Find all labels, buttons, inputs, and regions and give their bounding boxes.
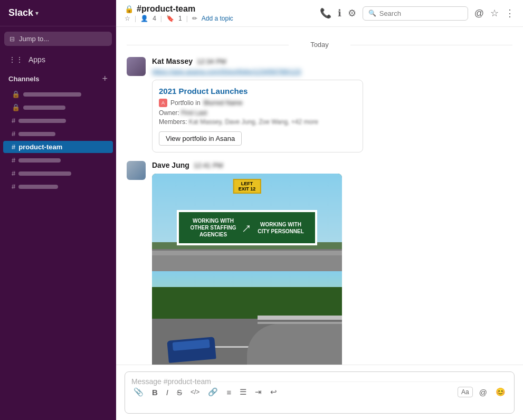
hash-icon: #: [12, 169, 15, 177]
view-portfolio-button[interactable]: View portfolio in Asana: [159, 131, 242, 146]
snippet-button[interactable]: ↩: [268, 386, 279, 398]
asana-owner-field: Owner: First Last: [159, 109, 356, 117]
message-header: Dave Jung 12:41 PM: [152, 161, 512, 169]
asana-card-portfolio-row: A Portfolio in Blurred Name: [159, 99, 356, 107]
bold-button[interactable]: B: [150, 387, 160, 398]
sidebar-header: Slack ▾: [0, 0, 116, 26]
car-shape: [167, 337, 216, 363]
channel-name-bar: [23, 106, 65, 110]
message-time: 12:41 PM: [194, 161, 223, 169]
asana-icon: A: [159, 99, 167, 107]
sidebar-item-product-team[interactable]: # product-team: [3, 141, 113, 153]
asana-card-title: 2021 Product Launches: [159, 87, 356, 96]
sidebar-item-channel-6[interactable]: #: [3, 167, 113, 179]
jump-to-button[interactable]: ⊟ Jump to...: [4, 32, 112, 46]
apps-label: Apps: [28, 55, 45, 64]
hash-icon: #: [12, 117, 15, 125]
search-icon: ⊟: [9, 35, 15, 43]
chat-area: Today Kat Massey 12:34 PM https://app.as…: [116, 27, 523, 365]
search-box[interactable]: 🔍: [363, 6, 468, 21]
channel-name-bar: [18, 171, 71, 176]
topbar: 🔒 #product-team ☆ | 👤 4 | 🔖 1 | ✏ Add a …: [116, 0, 523, 27]
members-count: 4: [153, 15, 156, 22]
channel-title: #product-team: [137, 4, 195, 14]
avatar: [127, 161, 146, 180]
message-input-box[interactable]: Message #product-team 📎 B I S </> 🔗 ≡ ☰ …: [125, 371, 515, 414]
bookmark-icon: 🔖: [166, 15, 174, 22]
channel-name-bar: [18, 185, 58, 189]
italic-button[interactable]: I: [164, 387, 170, 398]
strikethrough-button[interactable]: S: [175, 387, 184, 398]
link-button[interactable]: 🔗: [206, 386, 220, 398]
message-1: Kat Massey 12:34 PM https://app.asana.co…: [127, 57, 512, 152]
sidebar-item-channel-7[interactable]: #: [3, 180, 113, 193]
attachment-icon[interactable]: 📎: [131, 386, 146, 398]
text-format-button[interactable]: Aa: [458, 387, 473, 397]
emoji-icon[interactable]: 😊: [493, 386, 508, 398]
date-divider: Today: [127, 41, 512, 49]
code-button[interactable]: </>: [188, 387, 202, 397]
hash-icon: #: [12, 143, 15, 151]
main-panel: 🔒 #product-team ☆ | 👤 4 | 🔖 1 | ✏ Add a …: [116, 0, 523, 420]
members-value: Kat Massey, Dave Jung, Zoe Wang, +42 mor…: [189, 118, 318, 126]
sidebar-item-channel-3[interactable]: #: [3, 128, 113, 140]
sidebar-item-channel-0[interactable]: 🔒: [3, 88, 113, 100]
channel-title-area: 🔒 #product-team ☆ | 👤 4 | 🔖 1 | ✏ Add a …: [125, 4, 316, 22]
hash-icon: #: [12, 130, 15, 138]
mention-icon[interactable]: @: [477, 387, 489, 398]
topbar-actions: 📞 ℹ ⚙ 🔍 @ ☆ ⋮: [320, 6, 515, 21]
message-2: Dave Jung 12:41 PM LEFT: [127, 161, 512, 365]
portfolio-label: Portfolio in: [170, 99, 201, 107]
toolbar-right: Aa @ 😊: [458, 386, 508, 398]
channel-name-bar: [18, 132, 55, 136]
message-link: https://app.asana.com/0/portfolio/123456…: [152, 68, 512, 75]
avatar-image: [127, 57, 146, 76]
sidebar-item-channel-2[interactable]: #: [3, 114, 113, 127]
sender-name: Dave Jung: [152, 161, 189, 169]
unordered-list-button[interactable]: ☰: [237, 386, 249, 398]
info-icon[interactable]: ℹ: [338, 7, 341, 19]
channel-name: product-team: [18, 143, 62, 151]
channel-name-bar: [23, 92, 81, 97]
sidebar-item-channel-5[interactable]: #: [3, 154, 113, 166]
lock-icon: 🔒: [125, 5, 134, 13]
indent-button[interactable]: ⇥: [253, 386, 264, 398]
sidebar: Slack ▾ ⊟ Jump to... ⋮⋮ Apps Channels + …: [0, 0, 116, 420]
sign-left-text: WORKING WITH OTHER STAFFING AGENCIES: [189, 217, 237, 238]
settings-icon[interactable]: ⚙: [348, 7, 356, 19]
channels-section-label: Channels: [8, 75, 40, 83]
star-icon[interactable]: ☆: [490, 7, 499, 19]
sidebar-item-channel-1[interactable]: 🔒: [3, 101, 113, 113]
message-header: Kat Massey 12:34 PM: [152, 57, 512, 65]
hash-icon: #: [12, 183, 15, 190]
search-icon: 🔍: [368, 9, 376, 17]
jump-to-label: Jump to...: [19, 35, 49, 43]
channels-header: Channels +: [0, 68, 116, 88]
lock-icon: 🔒: [12, 103, 20, 111]
phone-icon[interactable]: 📞: [320, 7, 331, 19]
hash-icon: #: [12, 156, 15, 164]
avatar: [127, 57, 146, 76]
more-icon[interactable]: ⋮: [505, 7, 515, 19]
add-topic-label[interactable]: Add a topic: [202, 15, 233, 22]
channel-meta: ☆ | 👤 4 | 🔖 1 | ✏ Add a topic: [125, 15, 316, 22]
exit-sign: LEFT EXIT 12: [233, 179, 261, 194]
message-content: Kat Massey 12:34 PM https://app.asana.co…: [152, 57, 512, 152]
lock-icon: 🔒: [12, 90, 20, 98]
meme-image: LEFT EXIT 12 WORKING WITH OTHER STAFFING…: [152, 174, 342, 365]
ordered-list-button[interactable]: ≡: [224, 387, 233, 398]
add-channel-button[interactable]: +: [102, 73, 108, 84]
star-icon[interactable]: ☆: [125, 15, 130, 22]
avatar-image: [127, 161, 146, 180]
at-icon[interactable]: @: [474, 8, 484, 19]
channel-name-bar: [18, 158, 61, 163]
channel-name-bar: [18, 119, 66, 123]
asana-members-field: Members: Kat Massey, Dave Jung, Zoe Wang…: [159, 118, 356, 126]
message-time: 12:34 PM: [197, 58, 226, 65]
channel-title-row: 🔒 #product-team: [125, 4, 316, 14]
bookmarks-count: 1: [178, 15, 182, 22]
app-name: Slack: [8, 7, 33, 18]
apps-button[interactable]: ⋮⋮ Apps: [0, 51, 116, 68]
search-input[interactable]: [379, 9, 462, 17]
members-icon: 👤: [140, 15, 148, 22]
